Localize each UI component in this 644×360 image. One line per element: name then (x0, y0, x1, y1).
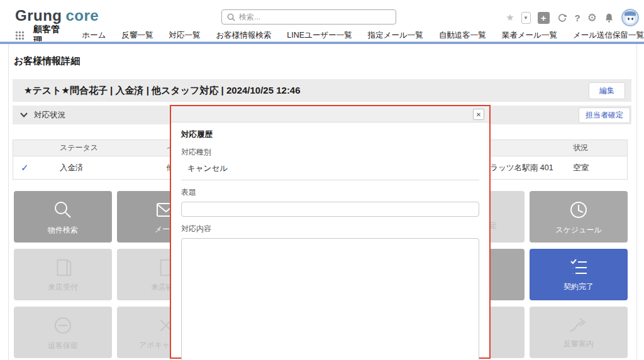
logo-word-1: Grung (15, 7, 62, 24)
tab-home[interactable]: ホーム (82, 30, 106, 41)
favorites-caret-dropdown[interactable]: ▾ (521, 12, 531, 24)
tab-hankyo-list[interactable]: 反響一覧 (122, 30, 153, 41)
tab-customer-search[interactable]: お客様情報検索 (216, 30, 272, 41)
record-title: ★テスト★問合花子 | 入金済 | 他スタッフ対応 | 2024/10/25 1… (24, 85, 589, 97)
forward-arrow-icon (567, 316, 591, 335)
search-input[interactable] (239, 13, 391, 21)
col-vacancy: 状況 (565, 143, 627, 153)
help-icon[interactable]: ? (575, 13, 580, 23)
tab-auto-follow[interactable]: 自動追客一覧 (439, 30, 486, 41)
action-follow-hold-button: 追客保留 (14, 307, 112, 358)
action-visit-reception-button: 来店受付 (14, 249, 112, 300)
crm-app-window: Grungcore ★ ▾ + ? ⚙ (0, 0, 644, 360)
type-field-underline: キャンセル (181, 158, 479, 180)
tab-taiou-list[interactable]: 対応一覧 (169, 30, 201, 41)
app-logo: Grungcore (15, 7, 99, 25)
action-schedule-button[interactable]: スケジュール (530, 191, 628, 243)
action-label: スケジュール (555, 225, 601, 236)
confirm-staff-button[interactable]: 担当者確定 (579, 107, 630, 123)
app-launcher-icon[interactable] (15, 31, 25, 40)
edit-button[interactable]: 編集 (589, 82, 625, 99)
favorites-star-icon[interactable]: ★ (506, 12, 514, 23)
sync-icon[interactable] (557, 12, 568, 23)
chevron-down-icon[interactable] (20, 112, 28, 117)
record-header-bar: ★テスト★問合花子 | 入金済 | 他スタッフ対応 | 2024/10/25 1… (13, 79, 631, 102)
tab-mail-hold[interactable]: メール送信保留一覧 (573, 30, 644, 41)
nav-bar: 顧客管理 ホーム 反響一覧 対応一覧 お客様情報検索 LINEユーザー一覧 指定… (0, 29, 644, 41)
action-contract-complete-button[interactable]: 契約完了 (530, 249, 628, 300)
minus-circle-icon (52, 314, 74, 337)
checklist-icon (567, 258, 590, 278)
action-label: 契約完了 (564, 281, 594, 292)
global-search[interactable] (221, 9, 396, 25)
content-textarea[interactable] (181, 238, 479, 360)
action-label: 来店受付 (48, 282, 78, 293)
type-field-label: 対応種別 (181, 147, 479, 158)
search-icon (52, 199, 74, 221)
cell-property: ラッツ名駅南 401 (482, 163, 565, 173)
col-status: ステータス (53, 143, 160, 153)
tab-shitei-mail[interactable]: 指定メール一覧 (368, 30, 423, 41)
user-avatar[interactable] (621, 9, 639, 26)
action-label: 追客保留 (48, 341, 78, 351)
gear-icon[interactable]: ⚙ (587, 11, 597, 25)
search-icon (227, 13, 235, 21)
checkmark-icon[interactable]: ✓ (13, 162, 53, 173)
taiou-rireki-modal: ✕ 対応履歴 対応種別 キャンセル 表題 対応内容 登録 (170, 105, 491, 359)
tab-gyosha-mail[interactable]: 業者メール一覧 (502, 30, 557, 41)
close-icon[interactable]: ✕ (473, 109, 484, 120)
modal-header: ✕ (171, 106, 489, 123)
type-field-value: キャンセル (187, 164, 228, 173)
cell-status: 入金済 (53, 163, 160, 173)
quick-add-icon[interactable]: + (538, 12, 550, 24)
action-label: 反響案内 (564, 339, 594, 349)
modal-title: 対応履歴 (181, 129, 479, 140)
bell-icon[interactable] (604, 13, 614, 23)
action-label: 物件検索 (48, 225, 78, 236)
clock-icon (567, 199, 590, 221)
door-icon (52, 257, 74, 278)
subject-field-label: 表題 (181, 187, 479, 198)
content-field-label: 対応内容 (181, 224, 479, 234)
page-title: お客様情報詳細 (14, 55, 80, 67)
action-property-search-button[interactable]: 物件検索 (14, 191, 112, 243)
tab-line-users[interactable]: LINEユーザー一覧 (287, 30, 352, 41)
cell-vacancy: 空室 (565, 163, 627, 173)
logo-word-2: core (66, 7, 99, 24)
action-hankyo-annai-button: 反響案内 (530, 307, 628, 358)
subject-input[interactable] (181, 202, 479, 217)
